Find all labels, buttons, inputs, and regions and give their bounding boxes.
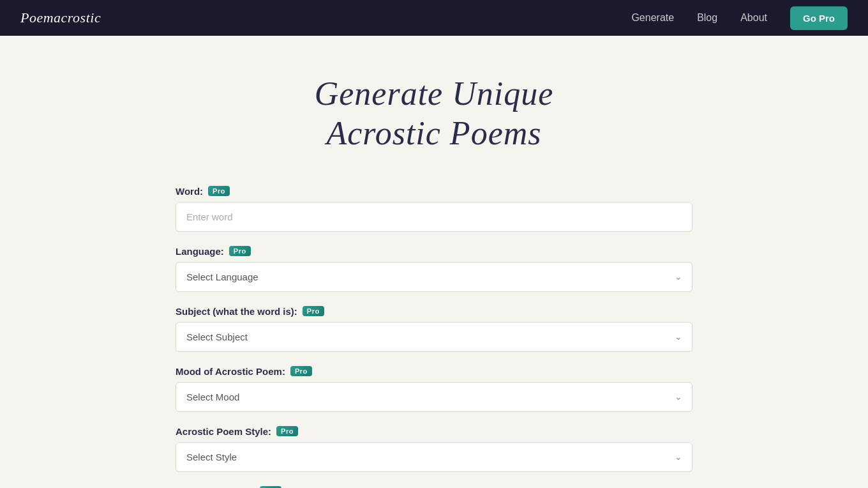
style-pro-badge: Pro (276, 426, 298, 436)
word-label: Word: Pro (176, 186, 692, 197)
language-label: Language: Pro (176, 246, 692, 257)
word-section: Word: Pro (176, 186, 692, 232)
language-select[interactable]: Select Language (176, 262, 692, 292)
page-title: Generate Unique Acrostic Poems (315, 74, 554, 154)
nav-link-about[interactable]: About (740, 12, 767, 24)
style-select-wrapper: Select Style ⌄ (176, 442, 692, 472)
go-pro-button[interactable]: Go Pro (790, 6, 848, 30)
subject-select[interactable]: Select Subject (176, 322, 692, 352)
word-pro-badge: Pro (208, 186, 230, 196)
mood-section: Mood of Acrostic Poem: Pro Select Mood ⌄ (176, 366, 692, 412)
language-select-wrapper: Select Language ⌄ (176, 262, 692, 292)
language-section: Language: Pro Select Language ⌄ (176, 246, 692, 292)
nav-link-generate[interactable]: Generate (631, 12, 674, 24)
style-label: Acrostic Poem Style: Pro (176, 426, 692, 437)
subject-select-wrapper: Select Subject ⌄ (176, 322, 692, 352)
mood-select-wrapper: Select Mood ⌄ (176, 382, 692, 412)
nav-link-blog[interactable]: Blog (697, 12, 717, 24)
nav-links: Generate Blog About Go Pro (631, 6, 848, 30)
mood-select[interactable]: Select Mood (176, 382, 692, 412)
main-content: Generate Unique Acrostic Poems Word: Pro… (0, 36, 868, 488)
word-input[interactable] (176, 202, 692, 232)
subject-section: Subject (what the word is): Pro Select S… (176, 306, 692, 352)
language-pro-badge: Pro (229, 246, 251, 256)
subject-label: Subject (what the word is): Pro (176, 306, 692, 317)
style-select[interactable]: Select Style (176, 442, 692, 472)
mood-pro-badge: Pro (290, 366, 312, 376)
navbar: Poemacrostic Generate Blog About Go Pro (0, 0, 868, 36)
style-section: Acrostic Poem Style: Pro Select Style ⌄ (176, 426, 692, 472)
subject-pro-badge: Pro (303, 306, 324, 316)
poem-form: Word: Pro Language: Pro Select Language … (176, 186, 692, 488)
site-logo: Poemacrostic (20, 10, 101, 26)
mood-label: Mood of Acrostic Poem: Pro (176, 366, 692, 377)
